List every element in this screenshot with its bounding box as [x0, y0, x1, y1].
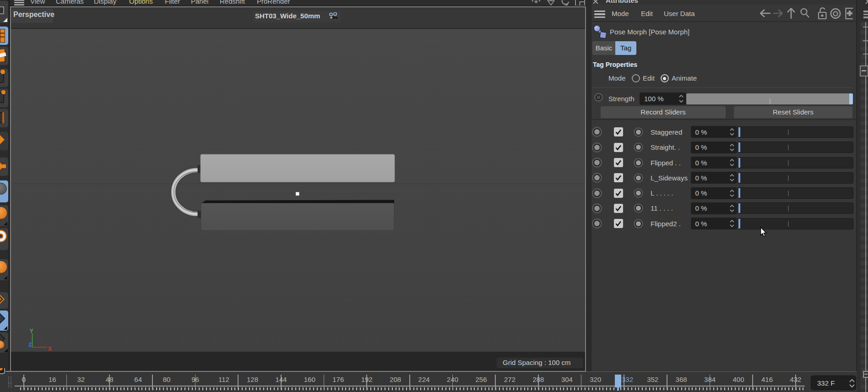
svg-text:Z: Z: [28, 342, 32, 348]
svg-text:Y: Y: [30, 328, 33, 335]
svg-text:X: X: [48, 346, 52, 352]
